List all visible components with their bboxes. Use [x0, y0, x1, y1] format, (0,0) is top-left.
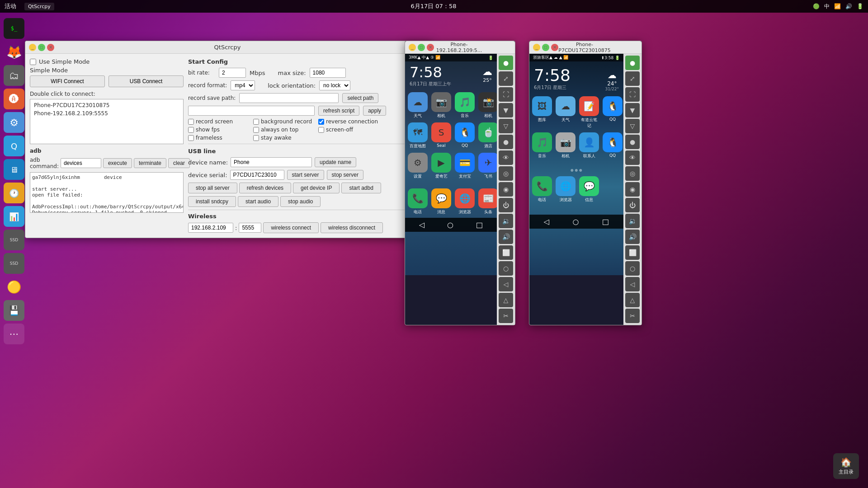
device-item-1[interactable]: Phone-P7CDU17C23010875: [32, 101, 181, 109]
p2-dock-phone[interactable]: 📞 电话: [532, 176, 552, 203]
p2-ctrl-eye2[interactable]: ◎: [625, 166, 640, 181]
p2-ctrl-power[interactable]: ⏻: [625, 198, 640, 212]
show-fps-checkbox[interactable]: [188, 127, 194, 133]
phone-2-minimize[interactable]: _: [533, 44, 540, 51]
ctrl-home[interactable]: △: [499, 293, 513, 307]
ctrl-visible[interactable]: 👁: [499, 150, 513, 165]
p2-contacts[interactable]: 👤 联系人: [579, 132, 599, 159]
app-cell-weather[interactable]: ☁ 天气: [408, 92, 428, 119]
max-size-input[interactable]: [310, 68, 346, 78]
terminate-button[interactable]: terminate: [134, 158, 166, 168]
yppa-icon[interactable]: 🟡: [4, 277, 24, 297]
minimize-button[interactable]: _: [29, 44, 36, 51]
p2-dock-msg[interactable]: 💬 信息: [579, 176, 599, 203]
phone-1-recent[interactable]: □: [476, 221, 483, 229]
start-audio-button[interactable]: start audio: [238, 196, 278, 207]
app-cell-map[interactable]: 🗺 百度地图: [408, 122, 428, 149]
usb-connect-button[interactable]: USB Connect: [108, 75, 184, 87]
ssd2-icon[interactable]: SSD: [4, 253, 24, 274]
app-cell-alipay[interactable]: 💳 支付宝: [455, 153, 475, 179]
p2-ctrl-green[interactable]: ●: [625, 56, 640, 70]
stay-awake-checkbox[interactable]: [253, 135, 259, 141]
app-cell-settings[interactable]: ⚙ 设置: [408, 153, 428, 179]
p2-ctrl-vol-up[interactable]: 🔊: [625, 230, 640, 244]
record-save-path-input[interactable]: [239, 93, 339, 103]
get-device-ip-button[interactable]: get device IP: [293, 183, 340, 193]
app-cell-hotel[interactable]: 🍵 酒店: [478, 122, 497, 149]
stop-all-server-button[interactable]: stop all server: [188, 183, 237, 193]
home-directory-button[interactable]: 🏠 主目录: [833, 453, 859, 479]
screen-off-checkbox[interactable]: [318, 127, 324, 133]
device-item-2[interactable]: Phone-192.168.2.109:5555: [32, 109, 181, 117]
dock-browser[interactable]: 🌐 浏览器: [455, 188, 475, 215]
ctrl-eye3[interactable]: ◉: [499, 182, 513, 197]
stacer-icon[interactable]: 📊: [4, 206, 24, 227]
app-cell-qq1[interactable]: 🐧 QQ: [455, 122, 475, 149]
ssd1-icon[interactable]: SSD: [4, 230, 24, 250]
p2-ctrl-visible[interactable]: 👁: [625, 150, 640, 165]
stop-server-button[interactable]: stop server: [327, 170, 363, 180]
drive-icon[interactable]: 💾: [4, 300, 24, 321]
p2-camera[interactable]: 📷 相机: [556, 132, 576, 159]
phone-2-recent[interactable]: □: [602, 217, 609, 226]
ctrl-vol-up[interactable]: 🔊: [499, 230, 513, 244]
ctrl-power[interactable]: ⏻: [499, 198, 513, 212]
dock-msg[interactable]: 💬 消息: [431, 188, 451, 215]
apps-grid-icon[interactable]: ⋯: [4, 324, 24, 344]
p2-ctrl-expand2[interactable]: ⬜: [625, 245, 640, 260]
start-server-button[interactable]: start server: [287, 170, 324, 180]
wifi-connect-button[interactable]: WIFI Connect: [30, 75, 105, 87]
p2-ctrl-eye3[interactable]: ◉: [625, 182, 640, 197]
record-screen-checkbox[interactable]: [188, 119, 194, 125]
phone-2-back[interactable]: ◁: [544, 217, 549, 226]
p2-ctrl-back[interactable]: ◁: [625, 277, 640, 291]
bit-rate-input[interactable]: [219, 68, 246, 78]
app-cell-seal[interactable]: S Seal: [431, 122, 451, 149]
adb-command-input[interactable]: [61, 158, 101, 168]
ctrl-fullscreen[interactable]: ⛶: [499, 87, 513, 102]
refresh-script-button[interactable]: refresh script: [318, 106, 359, 116]
lock-orientation-select[interactable]: no lock 0° 90° 180° 270°: [319, 80, 350, 90]
ctrl-expand[interactable]: ⤢: [499, 71, 513, 86]
app-cell-feishu[interactable]: ✈ 飞书: [478, 153, 497, 179]
clear-button[interactable]: clear: [168, 158, 190, 168]
ctrl-eye2[interactable]: ◎: [499, 166, 513, 181]
ctrl-green-1[interactable]: ●: [499, 56, 513, 70]
wireless-connect-button[interactable]: wireless connect: [263, 222, 319, 233]
phone-1-home[interactable]: ○: [447, 221, 453, 229]
phone-2-home[interactable]: ○: [573, 217, 579, 226]
background-record-checkbox[interactable]: [253, 119, 259, 125]
app-cell-music[interactable]: 🎵 音乐: [455, 92, 475, 119]
ctrl-expand2[interactable]: ⬜: [499, 245, 513, 260]
p2-music[interactable]: 🎵 音乐: [532, 132, 552, 159]
p2-dock-browser[interactable]: 🌐 浏览器: [556, 176, 576, 203]
p2-ctrl-fullscreen[interactable]: ⛶: [625, 87, 640, 102]
ctrl-down[interactable]: ▼: [499, 103, 513, 117]
p2-qq2[interactable]: 🐧 QQ: [603, 132, 623, 159]
activities-label[interactable]: 活动: [5, 2, 16, 10]
timeshift-icon[interactable]: 🕐: [4, 183, 24, 203]
app-cell-gallery[interactable]: 📷 相机: [431, 92, 451, 119]
p2-ctrl-home[interactable]: △: [625, 293, 640, 307]
app-cell-iqiyi[interactable]: ▶ 爱奇艺: [431, 153, 451, 179]
phone-2-maximize[interactable]: □: [542, 44, 549, 51]
ctrl-record[interactable]: ●: [499, 135, 513, 149]
phone-1-screen[interactable]: 3MK▲ 中▲ ⑤ 📶 🔋 7:58 6月17日 星期三上午 ☁ 25° ☁: [405, 54, 497, 275]
ctrl-back[interactable]: ◁: [499, 277, 513, 291]
execute-button[interactable]: execute: [103, 158, 132, 168]
device-serial-input[interactable]: [230, 170, 284, 180]
p2-ctrl-down2[interactable]: ▽: [625, 119, 640, 133]
ctrl-scissor[interactable]: ✂: [499, 309, 513, 323]
settings-icon[interactable]: ⚙: [4, 112, 24, 133]
p2-ctrl-expand[interactable]: ⤢: [625, 71, 640, 86]
frameless-checkbox[interactable]: [188, 135, 194, 141]
phone-2-screen[interactable]: 浙旅客区▲ ☁ ▲ 📶 ⬆3:58 🔋 7:58 6月17日 星期三 ☁ 24°…: [529, 54, 623, 275]
firefox-icon[interactable]: 🦊: [4, 42, 24, 62]
remmina-icon[interactable]: 🖥: [4, 159, 24, 180]
device-list[interactable]: Phone-P7CDU17C23010875 Phone-192.168.2.1…: [30, 99, 184, 144]
wireless-ip-input[interactable]: [188, 223, 233, 233]
maximize-button[interactable]: □: [38, 44, 45, 51]
close-button[interactable]: ✕: [47, 44, 54, 51]
always-on-top-checkbox[interactable]: [253, 127, 259, 133]
qtscrcpy-icon[interactable]: Q: [4, 136, 24, 156]
